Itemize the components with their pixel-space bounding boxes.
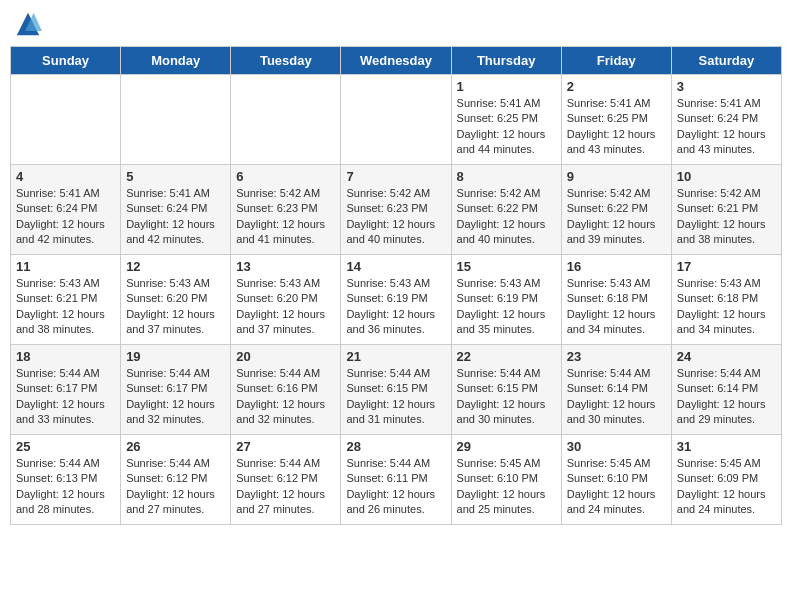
calendar-cell: 6Sunrise: 5:42 AM Sunset: 6:23 PM Daylig… xyxy=(231,165,341,255)
day-number: 21 xyxy=(346,349,445,364)
day-info: Sunrise: 5:41 AM Sunset: 6:25 PM Dayligh… xyxy=(567,96,666,158)
day-number: 24 xyxy=(677,349,776,364)
calendar-cell: 13Sunrise: 5:43 AM Sunset: 6:20 PM Dayli… xyxy=(231,255,341,345)
day-number: 30 xyxy=(567,439,666,454)
calendar-cell: 16Sunrise: 5:43 AM Sunset: 6:18 PM Dayli… xyxy=(561,255,671,345)
calendar-week-row: 25Sunrise: 5:44 AM Sunset: 6:13 PM Dayli… xyxy=(11,435,782,525)
day-info: Sunrise: 5:44 AM Sunset: 6:12 PM Dayligh… xyxy=(126,456,225,518)
calendar-cell: 11Sunrise: 5:43 AM Sunset: 6:21 PM Dayli… xyxy=(11,255,121,345)
day-number: 12 xyxy=(126,259,225,274)
day-info: Sunrise: 5:43 AM Sunset: 6:20 PM Dayligh… xyxy=(236,276,335,338)
day-info: Sunrise: 5:42 AM Sunset: 6:21 PM Dayligh… xyxy=(677,186,776,248)
calendar-cell: 30Sunrise: 5:45 AM Sunset: 6:10 PM Dayli… xyxy=(561,435,671,525)
calendar-week-row: 18Sunrise: 5:44 AM Sunset: 6:17 PM Dayli… xyxy=(11,345,782,435)
day-header-tuesday: Tuesday xyxy=(231,47,341,75)
calendar-cell: 27Sunrise: 5:44 AM Sunset: 6:12 PM Dayli… xyxy=(231,435,341,525)
day-number: 20 xyxy=(236,349,335,364)
logo xyxy=(14,10,46,38)
calendar-cell xyxy=(341,75,451,165)
day-header-friday: Friday xyxy=(561,47,671,75)
day-info: Sunrise: 5:42 AM Sunset: 6:22 PM Dayligh… xyxy=(457,186,556,248)
day-info: Sunrise: 5:43 AM Sunset: 6:19 PM Dayligh… xyxy=(346,276,445,338)
day-number: 16 xyxy=(567,259,666,274)
calendar-week-row: 1Sunrise: 5:41 AM Sunset: 6:25 PM Daylig… xyxy=(11,75,782,165)
day-number: 25 xyxy=(16,439,115,454)
calendar-cell: 24Sunrise: 5:44 AM Sunset: 6:14 PM Dayli… xyxy=(671,345,781,435)
logo-icon xyxy=(14,10,42,38)
day-number: 8 xyxy=(457,169,556,184)
day-info: Sunrise: 5:43 AM Sunset: 6:21 PM Dayligh… xyxy=(16,276,115,338)
day-info: Sunrise: 5:42 AM Sunset: 6:23 PM Dayligh… xyxy=(236,186,335,248)
day-info: Sunrise: 5:41 AM Sunset: 6:24 PM Dayligh… xyxy=(677,96,776,158)
day-number: 29 xyxy=(457,439,556,454)
calendar-cell xyxy=(11,75,121,165)
calendar-cell: 17Sunrise: 5:43 AM Sunset: 6:18 PM Dayli… xyxy=(671,255,781,345)
day-header-sunday: Sunday xyxy=(11,47,121,75)
day-info: Sunrise: 5:45 AM Sunset: 6:09 PM Dayligh… xyxy=(677,456,776,518)
calendar-cell: 22Sunrise: 5:44 AM Sunset: 6:15 PM Dayli… xyxy=(451,345,561,435)
day-number: 11 xyxy=(16,259,115,274)
day-number: 28 xyxy=(346,439,445,454)
calendar-cell: 9Sunrise: 5:42 AM Sunset: 6:22 PM Daylig… xyxy=(561,165,671,255)
day-number: 7 xyxy=(346,169,445,184)
day-number: 14 xyxy=(346,259,445,274)
calendar-cell: 14Sunrise: 5:43 AM Sunset: 6:19 PM Dayli… xyxy=(341,255,451,345)
calendar-table: SundayMondayTuesdayWednesdayThursdayFrid… xyxy=(10,46,782,525)
day-info: Sunrise: 5:44 AM Sunset: 6:11 PM Dayligh… xyxy=(346,456,445,518)
calendar-header-row: SundayMondayTuesdayWednesdayThursdayFrid… xyxy=(11,47,782,75)
calendar-cell: 10Sunrise: 5:42 AM Sunset: 6:21 PM Dayli… xyxy=(671,165,781,255)
day-header-wednesday: Wednesday xyxy=(341,47,451,75)
day-info: Sunrise: 5:44 AM Sunset: 6:17 PM Dayligh… xyxy=(16,366,115,428)
calendar-cell: 20Sunrise: 5:44 AM Sunset: 6:16 PM Dayli… xyxy=(231,345,341,435)
day-number: 17 xyxy=(677,259,776,274)
day-number: 4 xyxy=(16,169,115,184)
day-info: Sunrise: 5:45 AM Sunset: 6:10 PM Dayligh… xyxy=(567,456,666,518)
day-info: Sunrise: 5:41 AM Sunset: 6:24 PM Dayligh… xyxy=(126,186,225,248)
calendar-cell: 28Sunrise: 5:44 AM Sunset: 6:11 PM Dayli… xyxy=(341,435,451,525)
day-number: 9 xyxy=(567,169,666,184)
calendar-cell: 12Sunrise: 5:43 AM Sunset: 6:20 PM Dayli… xyxy=(121,255,231,345)
day-info: Sunrise: 5:44 AM Sunset: 6:16 PM Dayligh… xyxy=(236,366,335,428)
day-header-thursday: Thursday xyxy=(451,47,561,75)
page-header xyxy=(10,10,782,38)
day-info: Sunrise: 5:44 AM Sunset: 6:15 PM Dayligh… xyxy=(346,366,445,428)
day-info: Sunrise: 5:44 AM Sunset: 6:12 PM Dayligh… xyxy=(236,456,335,518)
day-number: 31 xyxy=(677,439,776,454)
day-info: Sunrise: 5:44 AM Sunset: 6:17 PM Dayligh… xyxy=(126,366,225,428)
day-number: 10 xyxy=(677,169,776,184)
day-number: 18 xyxy=(16,349,115,364)
day-number: 6 xyxy=(236,169,335,184)
calendar-cell: 25Sunrise: 5:44 AM Sunset: 6:13 PM Dayli… xyxy=(11,435,121,525)
day-info: Sunrise: 5:43 AM Sunset: 6:18 PM Dayligh… xyxy=(567,276,666,338)
day-number: 5 xyxy=(126,169,225,184)
day-info: Sunrise: 5:43 AM Sunset: 6:20 PM Dayligh… xyxy=(126,276,225,338)
calendar-week-row: 4Sunrise: 5:41 AM Sunset: 6:24 PM Daylig… xyxy=(11,165,782,255)
calendar-cell xyxy=(231,75,341,165)
calendar-cell: 29Sunrise: 5:45 AM Sunset: 6:10 PM Dayli… xyxy=(451,435,561,525)
calendar-cell: 31Sunrise: 5:45 AM Sunset: 6:09 PM Dayli… xyxy=(671,435,781,525)
day-info: Sunrise: 5:43 AM Sunset: 6:19 PM Dayligh… xyxy=(457,276,556,338)
day-info: Sunrise: 5:44 AM Sunset: 6:15 PM Dayligh… xyxy=(457,366,556,428)
day-number: 27 xyxy=(236,439,335,454)
calendar-cell: 23Sunrise: 5:44 AM Sunset: 6:14 PM Dayli… xyxy=(561,345,671,435)
calendar-cell: 3Sunrise: 5:41 AM Sunset: 6:24 PM Daylig… xyxy=(671,75,781,165)
day-info: Sunrise: 5:41 AM Sunset: 6:25 PM Dayligh… xyxy=(457,96,556,158)
day-info: Sunrise: 5:42 AM Sunset: 6:22 PM Dayligh… xyxy=(567,186,666,248)
calendar-cell: 8Sunrise: 5:42 AM Sunset: 6:22 PM Daylig… xyxy=(451,165,561,255)
day-number: 22 xyxy=(457,349,556,364)
day-header-saturday: Saturday xyxy=(671,47,781,75)
calendar-cell: 19Sunrise: 5:44 AM Sunset: 6:17 PM Dayli… xyxy=(121,345,231,435)
calendar-cell: 21Sunrise: 5:44 AM Sunset: 6:15 PM Dayli… xyxy=(341,345,451,435)
day-info: Sunrise: 5:44 AM Sunset: 6:13 PM Dayligh… xyxy=(16,456,115,518)
calendar-cell: 18Sunrise: 5:44 AM Sunset: 6:17 PM Dayli… xyxy=(11,345,121,435)
calendar-cell: 15Sunrise: 5:43 AM Sunset: 6:19 PM Dayli… xyxy=(451,255,561,345)
calendar-cell: 1Sunrise: 5:41 AM Sunset: 6:25 PM Daylig… xyxy=(451,75,561,165)
calendar-cell: 5Sunrise: 5:41 AM Sunset: 6:24 PM Daylig… xyxy=(121,165,231,255)
day-info: Sunrise: 5:43 AM Sunset: 6:18 PM Dayligh… xyxy=(677,276,776,338)
day-number: 19 xyxy=(126,349,225,364)
calendar-cell xyxy=(121,75,231,165)
day-info: Sunrise: 5:44 AM Sunset: 6:14 PM Dayligh… xyxy=(677,366,776,428)
calendar-cell: 4Sunrise: 5:41 AM Sunset: 6:24 PM Daylig… xyxy=(11,165,121,255)
day-number: 13 xyxy=(236,259,335,274)
calendar-week-row: 11Sunrise: 5:43 AM Sunset: 6:21 PM Dayli… xyxy=(11,255,782,345)
